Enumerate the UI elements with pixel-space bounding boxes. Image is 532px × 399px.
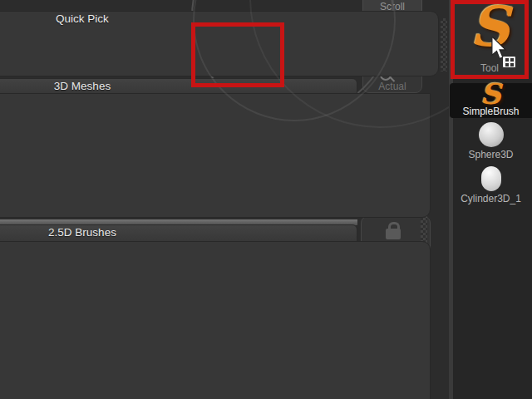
brushes-25d-panel (0, 241, 431, 399)
texture-strip (441, 18, 447, 71)
meshes-3d-title: 3D Meshes (0, 80, 165, 92)
tray-item-label: SimpleBrush (450, 106, 532, 117)
meshes-3d-header: 3D Meshes (0, 78, 357, 94)
tray-item-label: Cylinder3D_1 (450, 193, 532, 204)
quick-pick-title: Quick Pick (0, 12, 165, 25)
tray-item-sphere3d[interactable]: Sphere3D (450, 121, 532, 162)
simplebrush-icon: S (450, 80, 532, 108)
tray-item-simplebrush[interactable]: S SimpleBrush (450, 83, 532, 118)
sphere-icon (479, 122, 504, 147)
tool-tray: S Tool S SimpleBrush Sphere3D Cylinder3D… (449, 0, 532, 399)
brushes-25d-title: 2.5D Brushes (0, 226, 165, 239)
tray-item-label: Sphere3D (450, 149, 532, 160)
tray-item-cylinder3d-1[interactable]: Cylinder3D_1 (450, 165, 532, 206)
grid-badge-icon (502, 56, 516, 68)
brushes-25d-header: 2.5D Brushes (0, 224, 357, 242)
meshes-3d-panel (0, 93, 431, 218)
actual-button-label: Actual (362, 81, 422, 92)
selected-tool-highlight[interactable] (191, 22, 284, 87)
lock-icon (386, 229, 401, 239)
rounded-cylinder-icon (481, 166, 501, 191)
